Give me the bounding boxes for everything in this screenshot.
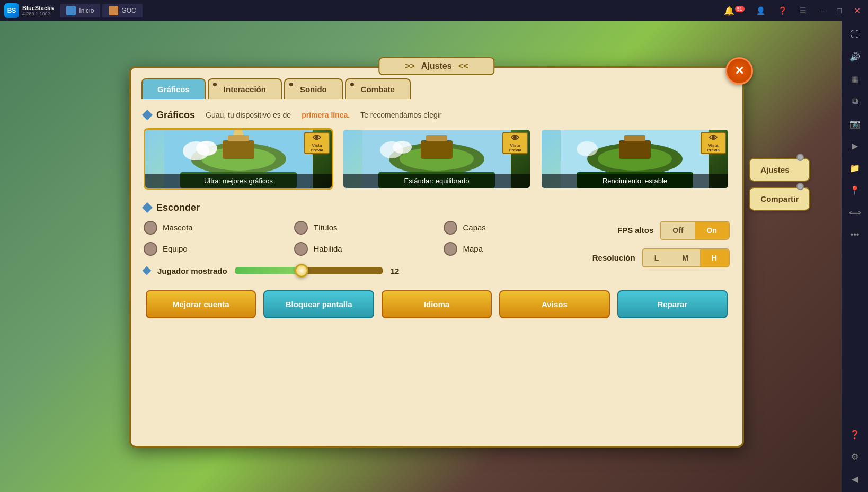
video-icon[interactable]: ▶	[846, 137, 864, 155]
app-name: BlueStacks	[22, 5, 54, 11]
help-icon[interactable]: ❓	[775, 5, 790, 16]
esconder-capas: Capas	[444, 221, 566, 235]
compartir-panel-tab[interactable]: Compartir	[749, 187, 810, 211]
folder-icon[interactable]: 📁	[846, 159, 864, 177]
esconder-mascota: Mascota	[144, 221, 273, 235]
expand-icon[interactable]: ⛶	[846, 25, 864, 43]
graphics-desc-highlight: primera línea.	[302, 111, 350, 119]
pin-top	[796, 154, 804, 161]
graphics-desc-suffix: Te recomendamos elegir	[360, 111, 441, 119]
resolution-L-button[interactable]: L	[643, 249, 671, 266]
esconder-habilida: Habilida	[294, 242, 422, 256]
tab-sonido[interactable]: Sonido	[284, 78, 343, 99]
esconder-title: Esconder	[156, 202, 200, 213]
tab-combate-label: Combate	[361, 85, 395, 94]
slider-value: 12	[391, 266, 406, 275]
titlebar: BS BlueStacks 4.280.1.1002 Inicio GOC 🔔 …	[0, 0, 868, 21]
graphics-card-estandar[interactable]: 👁 VistaPrevia Estándar: equilibrado	[342, 128, 532, 190]
dialog-overlay: >> Ajustes << ✕ Gráficos Interacción Son…	[32, 21, 842, 492]
slider-track[interactable]	[235, 267, 383, 274]
svg-rect-4	[228, 135, 249, 141]
mejorar-cuenta-button[interactable]: Mejorar cuenta	[146, 290, 256, 318]
more-icon[interactable]: •••	[846, 226, 864, 244]
titlebar-controls: 🔔 51 👤 ❓ ☰ ─ □ ✕	[724, 5, 864, 16]
capas-checkbox[interactable]	[444, 221, 457, 235]
resolution-label: Resolución	[588, 253, 635, 262]
esconder-diamond-icon	[142, 202, 153, 213]
graphics-section-header: Gráficos Guau, tu dispositivo es de prim…	[144, 110, 730, 121]
mascota-checkbox[interactable]	[144, 221, 157, 235]
equipo-checkbox[interactable]	[144, 242, 157, 256]
fps-off-button[interactable]: Off	[661, 222, 695, 239]
graphics-card-ultra[interactable]: 👁 VistaPrevia Ultra: mejores gráficos	[144, 128, 333, 190]
ajustes-panel-tab[interactable]: Ajustes	[749, 158, 810, 182]
tab-inicio[interactable]: Inicio	[60, 4, 100, 17]
svg-point-7	[196, 141, 217, 156]
bloquear-pantalla-button[interactable]: Bloquear pantalla	[263, 290, 374, 318]
tab-interaccion-label: Interacción	[224, 85, 266, 94]
resolution-M-button[interactable]: M	[670, 249, 700, 266]
tab-inicio-icon	[66, 6, 76, 15]
ultra-label: Ultra: mejores gráficos	[145, 174, 332, 188]
habilida-checkbox[interactable]	[294, 242, 308, 256]
mapa-label: Mapa	[463, 244, 483, 253]
arrow-left-icon[interactable]: ◀	[846, 470, 864, 488]
slider-diamond-icon	[143, 266, 152, 275]
notifications-icon[interactable]: 🔔	[724, 6, 734, 15]
tab-graficos-label: Gráficos	[157, 85, 190, 94]
reparar-button[interactable]: Reparar	[617, 290, 728, 318]
fps-on-button[interactable]: On	[695, 222, 729, 239]
esconder-controls: Mascota Títulos Capas	[144, 221, 566, 275]
titulos-checkbox[interactable]	[294, 221, 308, 235]
svg-rect-3	[223, 140, 254, 159]
ribbon-left-arrow: >>	[405, 61, 415, 71]
minimize-icon[interactable]: ─	[816, 5, 828, 16]
preview-label-estandar: VistaPrevia	[509, 143, 521, 153]
tab-graficos[interactable]: Gráficos	[141, 78, 206, 99]
tab-interaccion[interactable]: Interacción	[208, 78, 282, 99]
graphics-options: 👁 VistaPrevia Ultra: mejores gráficos	[144, 128, 730, 190]
location-icon[interactable]: 📍	[846, 181, 864, 199]
ribbon-right-arrow: <<	[458, 61, 468, 71]
settings-icon[interactable]: ⚙	[846, 448, 864, 466]
esconder-mapa: Mapa	[444, 242, 566, 256]
maximize-icon[interactable]: □	[834, 5, 845, 16]
camera-icon[interactable]: 📷	[846, 114, 864, 132]
resolution-toggle-group: L M H	[642, 248, 730, 267]
dialog-title: Ajustes	[421, 61, 452, 70]
layout-icon[interactable]: ▦	[846, 70, 864, 88]
svg-rect-21	[624, 135, 645, 141]
idioma-button[interactable]: Idioma	[382, 290, 492, 318]
resolution-H-button[interactable]: H	[700, 249, 729, 266]
preview-label-rendimiento: VistaPrevia	[707, 143, 720, 153]
menu-icon[interactable]: ☰	[796, 5, 810, 16]
svg-rect-20	[619, 140, 651, 159]
avisos-button[interactable]: Avisos	[499, 290, 609, 318]
window-close-icon[interactable]: ✕	[851, 5, 864, 16]
graphics-card-rendimiento[interactable]: 👁 VistaPrevia Rendimiento: estable	[540, 128, 730, 190]
tab-goc[interactable]: GOC	[102, 4, 142, 17]
close-button[interactable]: ✕	[725, 57, 753, 85]
estandar-label: Estándar: equilibrado	[343, 174, 530, 188]
esconder-equipo: Equipo	[144, 242, 273, 256]
tab-goc-icon	[109, 6, 118, 15]
right-panel: Ajustes Compartir	[749, 158, 810, 211]
graphics-card-ultra-image: 👁 VistaPrevia Ultra: mejores gráficos	[145, 130, 332, 188]
ultra-preview-badge: 👁 VistaPrevia	[304, 132, 330, 154]
graphics-card-rendimiento-image: 👁 VistaPrevia Rendimiento: estable	[542, 130, 728, 188]
slider-fill	[235, 267, 302, 274]
help-sidebar-icon[interactable]: ❓	[846, 425, 864, 443]
equipo-label: Equipo	[163, 244, 188, 253]
volume-icon[interactable]: 🔊	[846, 48, 864, 66]
app-logo: BS BlueStacks 4.280.1.1002	[4, 3, 54, 18]
svg-marker-5	[233, 130, 244, 135]
tab-combate-dot	[350, 83, 354, 86]
copy-icon[interactable]: ⧉	[846, 92, 864, 110]
mapa-checkbox[interactable]	[444, 242, 457, 256]
account-icon[interactable]: 👤	[753, 5, 768, 16]
esconder-section-header: Esconder	[144, 202, 730, 213]
mascota-label: Mascota	[163, 223, 193, 232]
resize-icon[interactable]: ⟺	[846, 203, 864, 221]
tab-combate[interactable]: Combate	[345, 78, 411, 99]
slider-thumb[interactable]	[295, 264, 308, 278]
